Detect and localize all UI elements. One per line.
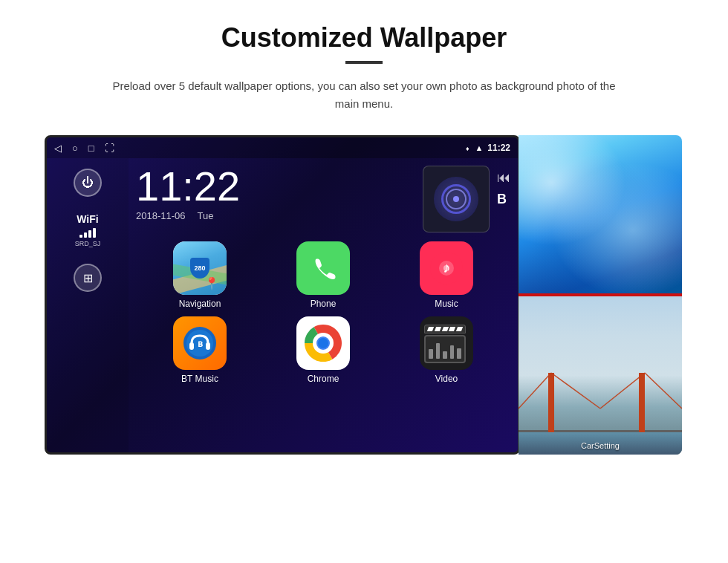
clapper-stripe-2 [435, 327, 441, 331]
clapper-body [424, 335, 466, 363]
recents-nav-icon[interactable]: □ [88, 143, 94, 154]
wifi-widget: WiFi SRD_SJ [75, 213, 101, 247]
clapper-stripe-3 [442, 327, 449, 331]
app-icon-video [420, 316, 473, 370]
app-icon-phone [296, 241, 350, 295]
v-stripe-3 [443, 351, 447, 359]
clock-area: 11:22 2018-11-06 Tue [129, 158, 518, 452]
status-bar: ◁ ○ □ ⛶ ⬧ ▲ 11:22 [47, 137, 518, 158]
media-icon [434, 177, 478, 221]
wifi-bar-4 [93, 228, 96, 238]
svg-text:♪: ♪ [443, 259, 450, 276]
app-label-music: Music [435, 299, 458, 309]
v-stripe-1 [429, 349, 433, 359]
app-label-navigation: Navigation [179, 299, 221, 309]
app-item-btmusic[interactable]: ʙ BT Music [142, 316, 258, 384]
phone-svg [308, 253, 338, 283]
app-label-phone: Phone [311, 299, 337, 309]
wallpaper-ice[interactable] [519, 135, 682, 293]
app-label-btmusic: BT Music [181, 374, 218, 384]
app-grid: 280 📍 Navigation [136, 237, 510, 388]
left-sidebar: ⏻ WiFi SRD_SJ ⊞ [47, 158, 129, 452]
app-item-video[interactable]: Video [389, 316, 504, 384]
apps-button[interactable]: ⊞ [74, 264, 102, 292]
nav-shield: 280 [190, 258, 209, 279]
status-bar-right: ⬧ ▲ 11:22 [465, 143, 510, 153]
clock-day: Tue [198, 210, 214, 221]
svg-text:ʙ: ʙ [198, 339, 203, 349]
music-svg: ♪ [430, 252, 463, 284]
app-item-navigation[interactable]: 280 📍 Navigation [142, 241, 258, 309]
bridge-cables-svg [519, 358, 682, 432]
app-icon-navigation: 280 📍 [173, 241, 227, 295]
status-bar-left: ◁ ○ □ ⛶ [54, 143, 114, 154]
wifi-status-icon: ▲ [475, 143, 483, 152]
android-screen: ◁ ○ □ ⛶ ⬧ ▲ 11:22 ⏻ WiFi [45, 135, 520, 455]
status-clock: 11:22 [487, 143, 510, 153]
title-divider [345, 61, 383, 64]
wifi-bar-2 [84, 232, 87, 238]
app-item-music[interactable]: ♪ Music [389, 241, 504, 309]
wifi-label: WiFi [75, 213, 101, 225]
media-widget [423, 166, 490, 232]
clock-time: 11:22 [136, 166, 415, 207]
media-signal-dot [453, 196, 459, 202]
screen-wrapper: ◁ ○ □ ⛶ ⬧ ▲ 11:22 ⏻ WiFi [45, 135, 683, 455]
carsetting-label: CarSetting [519, 441, 682, 450]
svg-rect-6 [189, 342, 194, 350]
wifi-bar-3 [88, 230, 91, 238]
app-item-phone[interactable]: Phone [265, 241, 381, 309]
wifi-bars [75, 227, 101, 238]
ice-texture [519, 135, 682, 293]
location-icon: ⬧ [465, 143, 470, 152]
clock-info: 11:22 2018-11-06 Tue [136, 166, 415, 221]
v-stripe-2 [436, 343, 441, 359]
clapper-stripes [426, 336, 464, 362]
app-label-video: Video [435, 374, 458, 384]
home-nav-icon[interactable]: ○ [72, 143, 78, 154]
svg-line-15 [600, 373, 645, 409]
page-description: Preload over 5 default wallpaper options… [104, 77, 624, 113]
app-label-chrome: Chrome [308, 374, 339, 384]
app-icon-chrome [296, 316, 350, 370]
clapper-stripe-4 [449, 327, 455, 331]
svg-line-13 [519, 373, 551, 409]
clapper-stripe-5 [456, 327, 463, 331]
svg-line-16 [645, 373, 682, 409]
bluetooth-label: B [497, 192, 510, 207]
wallpaper-bridge[interactable]: CarSetting [519, 296, 682, 455]
svg-point-12 [318, 338, 328, 348]
media-signal [441, 184, 471, 214]
wifi-ssid: SRD_SJ [75, 240, 101, 247]
wallpaper-panel: CarSetting [519, 135, 682, 455]
screenshot-icon[interactable]: ⛶ [105, 143, 114, 154]
svg-rect-7 [206, 342, 210, 350]
wifi-bar-1 [79, 235, 82, 238]
chrome-svg [305, 325, 342, 362]
clapper-top [424, 325, 466, 333]
prev-track-button[interactable]: ⏮ [497, 170, 510, 186]
app-icon-btmusic: ʙ [173, 316, 227, 370]
v-stripe-4 [450, 345, 455, 359]
clock-row: 11:22 2018-11-06 Tue [136, 166, 510, 232]
app-icon-music: ♪ [420, 241, 473, 295]
btmusic-svg: ʙ [181, 325, 218, 362]
clapper-stripe-1 [427, 327, 434, 331]
page-title: Customized Wallpaper [45, 22, 683, 53]
nav-pin: 📍 [204, 276, 219, 290]
clock-date: 2018-11-06 [136, 210, 186, 221]
svg-line-14 [551, 373, 600, 409]
main-content: ⏻ WiFi SRD_SJ ⊞ [47, 158, 518, 452]
back-nav-icon[interactable]: ◁ [54, 143, 62, 154]
media-controls-area: ⏮ B [497, 166, 510, 207]
bridge-scene [519, 296, 682, 455]
app-item-chrome[interactable]: Chrome [265, 316, 381, 384]
v-stripe-5 [457, 348, 461, 359]
clock-date-row: 2018-11-06 Tue [136, 210, 415, 221]
video-clapper [424, 325, 469, 362]
power-button[interactable]: ⏻ [74, 169, 102, 197]
